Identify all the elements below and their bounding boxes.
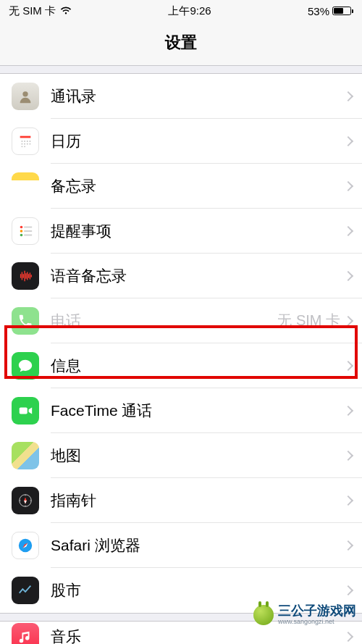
svg-point-2 [22,141,23,142]
svg-point-5 [30,141,31,142]
chevron-right-icon [343,315,353,325]
chevron-right-icon [343,495,353,505]
stocks-icon [12,577,39,604]
chevron-right-icon [343,270,353,280]
settings-item-calendar[interactable]: 日历 [0,119,362,164]
battery-icon [332,7,353,15]
settings-item-phone[interactable]: 电话 无 SIM 卡 [0,298,362,343]
item-label: 信息 [51,356,345,376]
settings-item-contacts[interactable]: 通讯录 [0,74,362,119]
settings-list-group-1: 通讯录 日历 备忘录 提醒事项 语音备忘录 [0,73,362,614]
watermark-logo-icon [253,605,274,625]
battery-pct-label: 53% [308,5,329,17]
chevron-right-icon [343,405,353,415]
svg-rect-13 [24,227,32,228]
svg-point-11 [24,146,25,147]
maps-icon [12,442,39,469]
svg-rect-17 [24,235,32,236]
chevron-right-icon [343,135,353,146]
item-label: FaceTime 通话 [51,401,345,421]
status-bar: 无 SIM 卡 上午9:26 53% [0,0,362,22]
chevron-right-icon [343,632,353,642]
carrier-label: 无 SIM 卡 [9,4,56,18]
svg-rect-1 [20,136,31,138]
settings-item-voicememos[interactable]: 语音备忘录 [0,254,362,298]
item-detail: 无 SIM 卡 [277,311,340,330]
compass-icon [12,487,39,514]
watermark-brand: 三公子游戏网 [278,604,356,617]
notes-icon [12,172,39,200]
chevron-right-icon [343,225,353,235]
settings-item-notes[interactable]: 备忘录 [0,164,362,209]
reminders-icon [12,217,39,245]
chevron-right-icon [343,540,353,550]
item-label: 电话 [51,311,277,331]
svg-point-0 [22,91,28,96]
settings-header: 设置 [0,22,362,66]
music-icon [12,623,39,644]
settings-item-safari[interactable]: Safari 浏览器 [0,523,362,568]
svg-point-12 [20,226,23,229]
item-label: 通讯录 [51,86,345,106]
chevron-right-icon [343,585,353,595]
settings-item-messages[interactable]: 信息 [0,343,362,388]
watermark: 三公子游戏网 www.sangongzi.net [253,604,356,625]
settings-item-facetime[interactable]: FaceTime 通话 [0,388,362,433]
status-left: 无 SIM 卡 [9,4,72,18]
time-label: 上午9:26 [168,4,211,18]
item-label: 提醒事项 [51,221,345,241]
svg-point-7 [24,143,25,145]
messages-icon [12,352,39,380]
status-right: 53% [308,5,353,17]
svg-point-4 [27,141,28,142]
svg-point-3 [24,141,25,142]
svg-point-9 [30,143,31,145]
item-label: 地图 [51,446,345,466]
svg-rect-28 [20,407,28,414]
voicememos-icon [12,262,39,290]
settings-item-compass[interactable]: 指南针 [0,478,362,523]
svg-rect-15 [24,230,32,232]
facetime-icon [12,397,39,425]
item-label: 音乐 [51,627,345,644]
chevron-right-icon [343,360,353,370]
watermark-domain: www.sangongzi.net [278,619,356,625]
settings-item-reminders[interactable]: 提醒事项 [0,209,362,254]
item-label: 股市 [51,580,345,601]
chevron-right-icon [343,450,353,460]
calendar-icon [12,127,39,155]
item-label: 日历 [51,131,345,151]
group-separator [0,66,362,73]
svg-point-10 [22,146,23,147]
svg-point-16 [20,234,23,237]
settings-item-maps[interactable]: 地图 [0,433,362,478]
wifi-icon [60,5,72,17]
item-label: 备忘录 [51,176,345,196]
svg-point-14 [20,230,23,233]
item-label: Safari 浏览器 [51,535,345,556]
page-title: 设置 [0,32,362,54]
chevron-right-icon [343,180,353,191]
safari-icon [12,532,39,559]
phone-icon [12,307,39,335]
item-label: 指南针 [51,490,345,511]
svg-point-6 [22,143,23,145]
contacts-icon [12,83,39,110]
svg-point-8 [27,143,28,145]
item-label: 语音备忘录 [51,266,345,286]
chevron-right-icon [343,91,353,101]
